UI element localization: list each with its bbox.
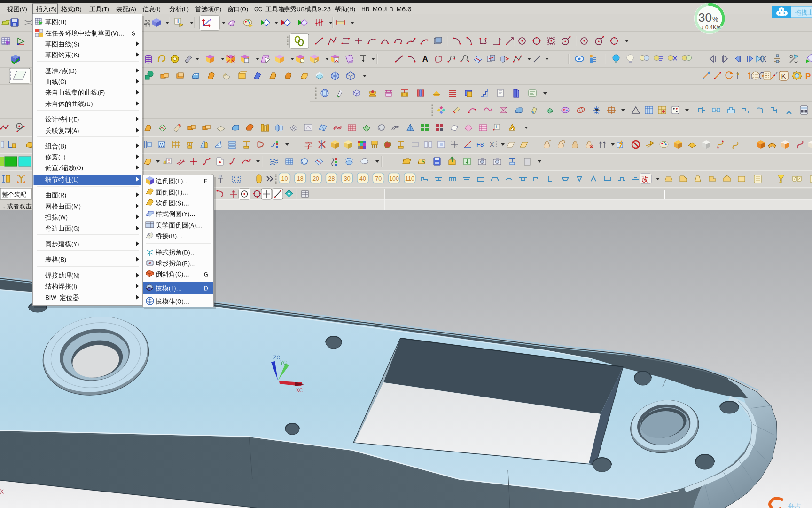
svg-text:40: 40	[359, 175, 366, 182]
svg-text:30: 30	[344, 175, 351, 182]
svg-text:28: 28	[328, 175, 335, 182]
svg-text:F8: F8	[476, 141, 484, 148]
svg-text:100: 100	[389, 175, 399, 182]
svg-text:%: %	[712, 16, 718, 23]
svg-text:X: X	[490, 141, 494, 148]
svg-text:10: 10	[281, 175, 288, 182]
svg-text:↓ 0.4K/s: ↓ 0.4K/s	[701, 24, 721, 30]
svg-text:i: i	[496, 125, 497, 129]
svg-text:A: A	[422, 55, 428, 64]
svg-text:18: 18	[297, 175, 304, 182]
svg-text:110: 110	[405, 175, 414, 182]
svg-text:i: i	[177, 18, 179, 24]
svg-text:70: 70	[375, 175, 382, 182]
svg-text:30: 30	[698, 10, 712, 24]
svg-text:K: K	[781, 72, 786, 80]
svg-text:P: P	[805, 72, 811, 81]
svg-text:20: 20	[312, 175, 319, 182]
